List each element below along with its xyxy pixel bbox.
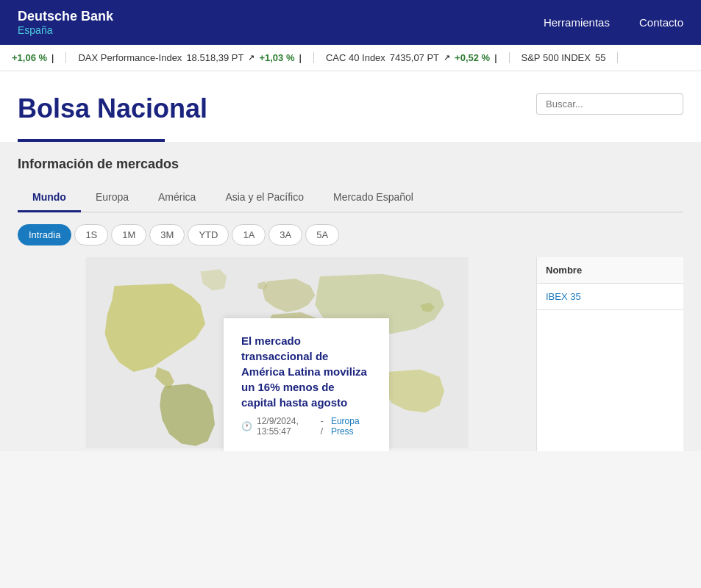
market-section: Información de mercados Mundo Europa Amé… <box>0 142 701 451</box>
market-tabs: Mundo Europa América Asia y el Pacífico … <box>18 184 683 212</box>
ticker-dax-label: DAX Performance-Index <box>78 52 182 63</box>
ticker-separator-1: | <box>51 52 54 63</box>
ticker-separator-2: | <box>299 52 302 63</box>
ticker-bar: +1,06 % | DAX Performance-Index 18.518,3… <box>0 45 701 71</box>
world-map: El mercado transaccional de América Lati… <box>18 257 536 451</box>
news-title[interactable]: El mercado transaccional de América Lati… <box>241 333 371 410</box>
news-date: 12/9/2024, 13:55:47 <box>257 416 316 437</box>
country: España <box>18 24 113 36</box>
ticker-item-sp: S&P 500 INDEX 55 <box>510 52 619 63</box>
news-source[interactable]: Europa Press <box>331 416 371 437</box>
nav-herramientas[interactable]: Herramientas <box>544 16 610 29</box>
table-cell-ibex[interactable]: IBEX 35 <box>546 291 675 302</box>
brand: Deutsche Bank España <box>18 9 113 36</box>
market-section-title: Información de mercados <box>18 157 683 172</box>
search-input[interactable] <box>536 93 683 115</box>
ticker-dax-arrow: ↗ <box>248 53 255 62</box>
ticker-scroll: +1,06 % | DAX Performance-Index 18.518,3… <box>0 45 701 71</box>
period-1a[interactable]: 1A <box>232 224 266 245</box>
clock-icon: 🕐 <box>241 421 252 431</box>
tab-mundo[interactable]: Mundo <box>18 184 81 212</box>
main-content: Bolsa Nacional <box>0 71 701 142</box>
ticker-cac-change: +0,52 % <box>455 52 490 63</box>
news-separator: - / <box>321 416 327 437</box>
period-3a[interactable]: 3A <box>268 224 302 245</box>
ticker-cac-label: CAC 40 Index <box>326 52 385 63</box>
ticker-sp-value: 55 <box>595 52 605 63</box>
bank-name: Deutsche Bank <box>18 9 113 24</box>
ticker-dax-value: 18.518,39 PT <box>186 52 243 63</box>
period-1m[interactable]: 1M <box>111 224 146 245</box>
page-title: Bolsa Nacional <box>18 93 207 124</box>
tab-europa[interactable]: Europa <box>81 184 143 212</box>
period-buttons: Intradia 1S 1M 3M YTD 1A 3A 5A <box>18 224 683 245</box>
period-intradia[interactable]: Intradia <box>18 224 71 245</box>
ticker-separator-3: | <box>494 52 497 63</box>
ticker-sp-label: S&P 500 INDEX <box>522 52 591 63</box>
news-overlay: El mercado transaccional de América Lati… <box>224 318 389 451</box>
ticker-cac-value: 7435,07 PT <box>390 52 439 63</box>
table-header: Nombre <box>537 257 683 284</box>
search-area <box>536 93 683 121</box>
tab-asia[interactable]: Asia y el Pacífico <box>210 184 319 212</box>
table-row[interactable]: IBEX 35 <box>537 284 683 310</box>
tab-america[interactable]: América <box>143 184 210 212</box>
ticker-item-leading: +1,06 % | <box>12 52 66 63</box>
news-meta: 🕐 12/9/2024, 13:55:47 - / Europa Press <box>241 416 371 437</box>
market-table: Nombre IBEX 35 <box>536 257 683 451</box>
ticker-cac-arrow: ↗ <box>444 53 450 62</box>
period-ytd[interactable]: YTD <box>188 224 229 245</box>
chart-table-area: El mercado transaccional de América Lati… <box>18 257 683 451</box>
header: Deutsche Bank España Herramientas Contac… <box>0 0 701 45</box>
period-1s[interactable]: 1S <box>74 224 108 245</box>
period-5a[interactable]: 5A <box>305 224 339 245</box>
table-header-name: Nombre <box>546 265 582 276</box>
main-nav: Herramientas Contacto <box>544 16 683 29</box>
ticker-item-dax: DAX Performance-Index 18.518,39 PT ↗ +1,… <box>66 52 313 63</box>
tab-espanol[interactable]: Mercado Español <box>319 184 428 212</box>
ticker-item-cac: CAC 40 Index 7435,07 PT ↗ +0,52 % | <box>314 52 510 63</box>
ticker-dax-change: +1,03 % <box>259 52 294 63</box>
period-3m[interactable]: 3M <box>149 224 185 245</box>
ticker-leading-change: +1,06 % <box>12 52 47 63</box>
nav-contacto[interactable]: Contacto <box>639 16 683 29</box>
